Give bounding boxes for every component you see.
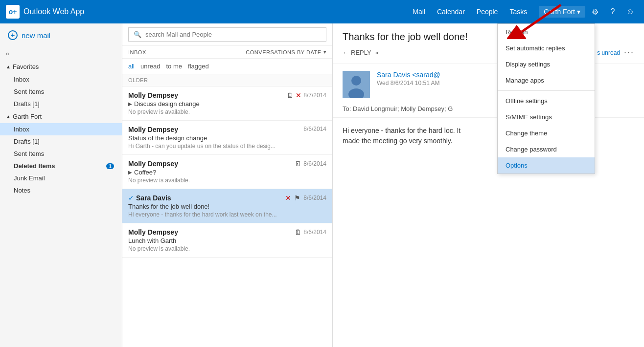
mail-preview: Hi Garth - can you update us on the stat… <box>128 143 326 150</box>
reading-from: Sara Davis <sarad@ Wed 8/6/2014 10:51 AM <box>333 64 644 105</box>
sidebar-item-favorites-inbox[interactable]: Inbox <box>0 73 122 86</box>
gear-icon: ⚙ <box>592 7 598 17</box>
mail-list: 🔍 INBOX CONVERSATIONS BY DATE ▾ all unre… <box>122 23 333 347</box>
search-bar: 🔍 <box>128 27 326 42</box>
sidebar-item-label: Junk Email <box>14 174 45 182</box>
sidebar-item-notes[interactable]: Notes <box>0 184 122 196</box>
dropdown-arrow-icon: ▾ <box>577 8 580 16</box>
filter-unread[interactable]: unread <box>140 63 160 70</box>
calendar-icon: 🗓 <box>295 160 301 168</box>
deleted-badge: 1 <box>106 163 114 169</box>
top-nav: Mail Calendar People Tasks <box>413 8 527 16</box>
reply-button[interactable]: ← REPLY <box>343 49 371 56</box>
dropdown-refresh[interactable]: Refresh <box>498 24 595 40</box>
mail-date: 🗓 ✕ 8/7/2014 <box>287 91 326 99</box>
sidebar-item-label: Deleted Items <box>14 162 55 170</box>
new-mail-button[interactable]: + new mail <box>0 23 122 47</box>
dropdown-offline-settings[interactable]: Offline settings <box>498 93 595 109</box>
nav-calendar[interactable]: Calendar <box>437 8 465 16</box>
user-name: Garth Fort <box>544 8 575 16</box>
favorites-expand-icon: ▲ <box>6 64 11 69</box>
more-options-button[interactable]: ··· <box>624 47 634 58</box>
mail-preview: No preview is available. <box>128 245 326 252</box>
dropdown-smime[interactable]: S/MIME settings <box>498 109 595 125</box>
flag-icon[interactable]: ⚑ <box>294 194 300 202</box>
favorites-section-header[interactable]: ▲ Favorites <box>0 60 122 73</box>
mail-sender: Molly Dempsey <box>128 126 178 133</box>
filter-all[interactable]: all <box>128 63 135 70</box>
sort-dropdown-icon: ▾ <box>323 49 327 55</box>
calendar-icon: 🗓 <box>287 91 294 99</box>
mail-list-header: 🔍 <box>122 23 332 46</box>
sidebar-item-favorites-sent[interactable]: Sent Items <box>0 86 122 98</box>
app-logo: o+ Outlook Web App <box>6 5 413 19</box>
mail-item[interactable]: Molly Dempsey 🗓 8/6/2014 ▶ Coffee? No pr… <box>122 155 332 189</box>
sidebar-item-junk[interactable]: Junk Email <box>0 172 122 184</box>
mail-list-toolbar: INBOX CONVERSATIONS BY DATE ▾ <box>122 46 332 59</box>
new-mail-label: new mail <box>22 31 50 40</box>
mark-unread[interactable]: s unread <box>597 49 620 56</box>
conversations-sort-button[interactable]: CONVERSATIONS BY DATE ▾ <box>246 49 326 55</box>
sidebar-item-sent[interactable]: Sent Items <box>0 148 122 160</box>
mail-date: 🗓 8/6/2014 <box>295 160 326 168</box>
nav-people[interactable]: People <box>477 8 498 16</box>
account-section-header[interactable]: ▲ Garth Fort <box>0 110 122 123</box>
mail-subject: Lunch with Garth <box>128 237 326 244</box>
dropdown-change-password[interactable]: Change password <box>498 141 595 157</box>
dropdown-auto-replies[interactable]: Set automatic replies <box>498 40 595 56</box>
sidebar-item-label: Drafts [1] <box>14 138 40 145</box>
mail-sender: Sara Davis <box>136 194 171 202</box>
calendar-icon: 🗓 <box>295 228 301 236</box>
sidebar-item-label: Inbox <box>14 76 29 83</box>
filter-flagged[interactable]: flagged <box>188 63 209 70</box>
mail-items: Molly Dempsey 🗓 ✕ 8/7/2014 ▶ Discuss des… <box>122 87 332 347</box>
nav-mail[interactable]: Mail <box>413 8 425 16</box>
sidebar-nav: « ▲ Favorites Inbox Sent Items Drafts [1… <box>0 47 122 347</box>
nav-tasks[interactable]: Tasks <box>509 8 527 16</box>
mail-sender: Molly Dempsey <box>128 228 178 236</box>
user-menu-button[interactable]: Garth Fort ▾ <box>539 6 585 18</box>
help-button[interactable]: ? <box>605 4 621 20</box>
mail-date: 8/6/2014 <box>303 126 326 132</box>
sidebar-item-drafts[interactable]: Drafts [1] <box>0 135 122 148</box>
triangle-bullet-icon: ▶ <box>128 101 132 107</box>
sidebar-item-label: Drafts [1] <box>14 100 40 108</box>
mail-date: 🗓 8/6/2014 <box>295 228 326 236</box>
sidebar-item-deleted[interactable]: Deleted Items 1 <box>0 160 122 172</box>
sidebar-item-inbox[interactable]: Inbox <box>0 123 122 135</box>
search-input[interactable] <box>145 31 321 38</box>
delete-icon[interactable]: ✕ <box>296 91 301 99</box>
sidebar-collapse-button[interactable]: « <box>0 47 122 60</box>
filter-bar: all unread to me flagged <box>122 59 332 74</box>
reply-arrow-icon: ← <box>343 49 349 56</box>
face-button[interactable]: ☺ <box>622 4 638 20</box>
sidebar-item-favorites-drafts[interactable]: Drafts [1] <box>0 98 122 110</box>
mail-item[interactable]: Molly Dempsey 8/6/2014 Status of the des… <box>122 121 332 155</box>
sort-label: CONVERSATIONS BY DATE <box>246 49 321 55</box>
sidebar-item-label: Notes <box>14 187 30 194</box>
mail-item[interactable]: Molly Dempsey 🗓 8/6/2014 Lunch with Gart… <box>122 223 332 258</box>
delete-icon[interactable]: ✕ <box>285 194 291 202</box>
sidebar-item-label: Sent Items <box>14 88 44 95</box>
mail-item-selected[interactable]: ✓ Sara Davis ✕ ⚑ 8/6/2014 Thanks for the… <box>122 189 332 223</box>
check-icon: ✓ <box>128 194 134 202</box>
settings-button[interactable]: ⚙ <box>587 4 603 20</box>
logo-icon: o+ <box>6 5 20 19</box>
mail-sender: Molly Dempsey <box>128 160 178 168</box>
avatar <box>343 71 370 98</box>
svg-point-1 <box>351 76 361 86</box>
mail-preview: Hi everyone - thanks for the hard work l… <box>128 211 326 218</box>
reading-body: Hi everyone - thanks for the hard loc. I… <box>333 117 644 154</box>
reading-pane: Thanks for the job well done! ← REPLY « … <box>333 23 644 347</box>
sidebar-item-label: Sent Items <box>14 150 44 157</box>
dropdown-options[interactable]: Options <box>498 157 595 174</box>
filter-tome[interactable]: to me <box>166 63 183 70</box>
dropdown-change-theme[interactable]: Change theme <box>498 125 595 141</box>
mail-preview: No preview is available. <box>128 177 326 184</box>
dropdown-display-settings[interactable]: Display settings <box>498 56 595 72</box>
dropdown-menu: Refresh Set automatic replies Display se… <box>497 23 595 174</box>
reply-all-button[interactable]: « <box>375 49 379 56</box>
mail-subject: ▶ Discuss design change <box>128 100 326 108</box>
dropdown-manage-apps[interactable]: Manage apps <box>498 72 595 88</box>
mail-item[interactable]: Molly Dempsey 🗓 ✕ 8/7/2014 ▶ Discuss des… <box>122 87 332 121</box>
